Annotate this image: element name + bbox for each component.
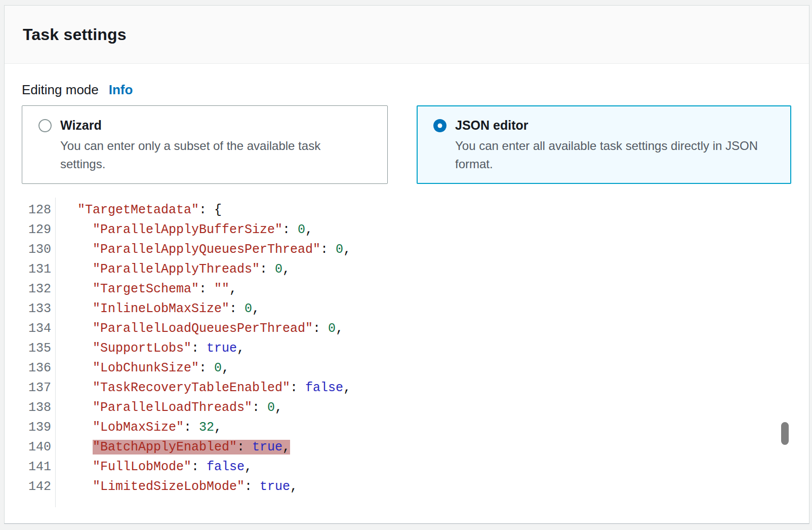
line-number: 129 (22, 220, 51, 240)
code-text: "LobChunkSize": 0, (51, 358, 229, 378)
line-number: 135 (22, 338, 51, 358)
tile-wizard[interactable]: Wizard You can enter only a subset of th… (22, 105, 388, 184)
json-key: "ParallelApplyBufferSize" (93, 222, 282, 237)
json-colon: : (199, 361, 214, 375)
tile-json-editor[interactable]: JSON editor You can enter all available … (417, 105, 791, 184)
json-value: false (207, 460, 245, 474)
line-number: 133 (22, 299, 51, 319)
json-key: "LimitedSizeLobMode" (93, 479, 245, 494)
code-indent (62, 242, 93, 257)
line-number: 128 (22, 200, 51, 220)
code-line[interactable]: 141 "FullLobMode": false, (22, 457, 792, 477)
code-indent (62, 341, 93, 356)
json-colon: : (282, 222, 298, 237)
json-colon: : (245, 479, 260, 494)
code-indent (62, 282, 93, 296)
json-key: "TaskRecoveryTableEnabled" (93, 381, 290, 395)
radio-selected-icon[interactable] (433, 119, 446, 132)
json-colon: : (260, 262, 275, 277)
json-comma: , (290, 479, 298, 494)
line-number: 142 (22, 477, 51, 497)
code-text: "ParallelLoadThreads": 0, (51, 398, 282, 418)
code-line[interactable]: 131 "ParallelApplyThreads": 0, (22, 259, 792, 279)
panel-body: Editing mode Info Wizard You can enter o… (5, 82, 809, 497)
editing-mode-row: Editing mode Info (22, 82, 792, 98)
code-line[interactable]: 138 "ParallelLoadThreads": 0, (22, 398, 792, 418)
code-line[interactable]: 134 "ParallelLoadQueuesPerThread": 0, (22, 319, 792, 338)
json-key: "InlineLobMaxSize" (93, 301, 229, 316)
code-line[interactable]: 137 "TaskRecoveryTableEnabled": false, (22, 378, 792, 398)
json-comma: , (343, 381, 351, 395)
line-number: 140 (22, 437, 51, 457)
code-content: "ParallelApplyQueuesPerThread": 0, (93, 242, 351, 257)
panel-title: Task settings (23, 25, 127, 44)
code-line[interactable]: 133 "InlineLobMaxSize": 0, (22, 299, 792, 319)
json-key: "ParallelApplyQueuesPerThread" (93, 242, 320, 257)
scrollbar-thumb[interactable] (781, 422, 789, 445)
tile-json-editor-description: You can enter all available task setting… (455, 137, 759, 173)
task-settings-panel: Task settings Editing mode Info Wizard Y… (4, 5, 809, 524)
code-indent (62, 420, 93, 435)
json-colon: : (199, 282, 214, 296)
code-line[interactable]: 128 "TargetMetadata": { (22, 200, 792, 220)
json-comma: , (214, 420, 222, 435)
radio-unselected-icon[interactable] (38, 119, 52, 132)
code-indent (62, 361, 93, 375)
json-value: 32 (199, 420, 214, 435)
info-link[interactable]: Info (109, 82, 133, 98)
json-value: { (214, 203, 222, 217)
code-text: "TargetSchema": "", (51, 279, 237, 299)
code-line[interactable]: 139 "LobMaxSize": 32, (22, 418, 792, 437)
line-number: 136 (22, 358, 51, 378)
json-code-editor[interactable]: 128 "TargetMetadata": {129 "ParallelAppl… (22, 200, 792, 497)
code-text: "ParallelApplyBufferSize": 0, (51, 220, 313, 240)
code-text: "ParallelLoadQueuesPerThread": 0, (51, 319, 343, 338)
code-line[interactable]: 136 "LobChunkSize": 0, (22, 358, 792, 378)
code-content: "FullLobMode": false, (93, 460, 252, 474)
json-value: 0 (275, 262, 282, 277)
code-text: "SupportLobs": true, (51, 338, 245, 358)
code-text: "ParallelApplyThreads": 0, (51, 259, 290, 279)
code-line[interactable]: 142 "LimitedSizeLobMode": true, (22, 477, 792, 497)
json-comma: , (252, 301, 260, 316)
code-line[interactable]: 130 "ParallelApplyQueuesPerThread": 0, (22, 240, 792, 259)
code-line[interactable]: 129 "ParallelApplyBufferSize": 0, (22, 220, 792, 240)
code-content: "ParallelApplyThreads": 0, (93, 262, 290, 277)
json-key: "ParallelLoadQueuesPerThread" (93, 321, 313, 336)
json-value: 0 (298, 222, 305, 237)
line-number: 138 (22, 398, 51, 418)
code-line[interactable]: 132 "TargetSchema": "", (22, 279, 792, 299)
code-indent (62, 460, 93, 474)
code-content: "LobChunkSize": 0, (93, 361, 229, 375)
code-line[interactable]: 135 "SupportLobs": true, (22, 338, 792, 358)
tile-wizard-top: Wizard (38, 118, 373, 133)
code-text: "TargetMetadata": { (51, 200, 222, 220)
code-content: "TaskRecoveryTableEnabled": false, (93, 381, 351, 395)
json-key: "SupportLobs" (93, 341, 191, 356)
code-content: "ParallelLoadThreads": 0, (93, 400, 282, 415)
code-indent (62, 262, 93, 277)
json-value: 0 (336, 242, 343, 257)
json-comma: , (237, 341, 245, 356)
json-comma: , (336, 321, 343, 336)
json-colon: : (191, 341, 207, 356)
json-value: true (260, 479, 290, 494)
line-number: 131 (22, 259, 51, 279)
line-number: 141 (22, 457, 51, 477)
json-key: "LobChunkSize" (93, 361, 199, 375)
json-colon: : (320, 242, 336, 257)
json-key: "TargetSchema" (93, 282, 199, 296)
json-key: "LobMaxSize" (93, 420, 184, 435)
tile-wizard-title: Wizard (60, 118, 102, 133)
code-content: "ParallelLoadQueuesPerThread": 0, (93, 321, 343, 336)
json-key: "TargetMetadata" (77, 203, 199, 217)
code-text: "LimitedSizeLobMode": true, (51, 477, 298, 497)
code-content: "LimitedSizeLobMode": true, (93, 479, 298, 494)
code-indent (62, 440, 93, 455)
json-comma: , (222, 361, 229, 375)
highlighted-match: "BatchApplyEnabled": true, (93, 440, 290, 455)
line-number: 130 (22, 240, 51, 259)
code-content: "InlineLobMaxSize": 0, (93, 301, 260, 316)
code-indent (62, 400, 93, 415)
code-line[interactable]: 140 "BatchApplyEnabled": true, (22, 437, 792, 457)
